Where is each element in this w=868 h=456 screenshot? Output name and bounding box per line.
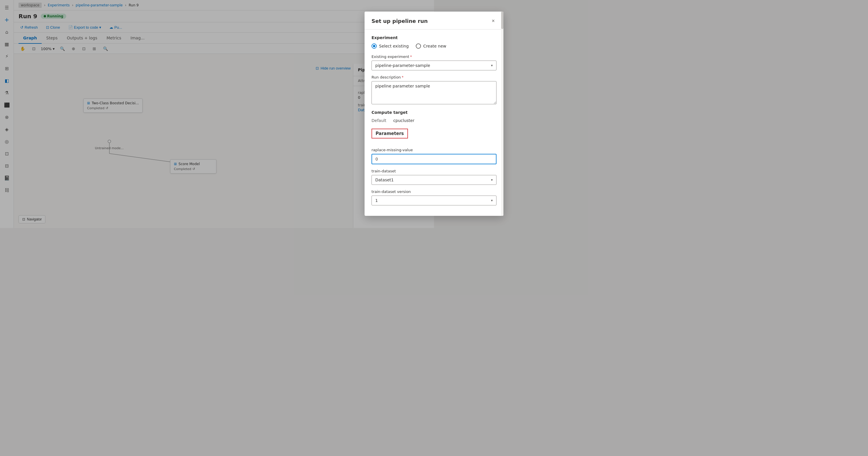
parameters-label: Parameters [372,129,408,139]
train-dataset-label: train-dataset [372,169,434,173]
radio-create-new[interactable]: Create new [416,44,434,49]
run-description-required: * [402,75,404,79]
raplace-label: raplace-missing-value [372,148,434,152]
train-dataset-version-value: 1 [375,198,378,203]
run-description-textarea[interactable]: pipeline parameter sample [372,81,434,104]
run-description-label: Run description * [372,75,434,79]
compute-default-label: Default [372,118,386,123]
run-description-field-group: Run description * pipeline parameter sam… [372,75,434,106]
compute-row: Default cpucluster [372,118,434,123]
existing-experiment-required: * [410,54,412,59]
existing-experiment-value: pipeline-parameter-sample [375,63,430,68]
radio-label-create-new: Create new [423,44,434,48]
compute-target-section: Compute target Default cpucluster [372,110,434,123]
radio-group-experiment: Select existing Create new [372,44,434,49]
train-dataset-version-label: train-dataset version [372,190,434,194]
train-dataset-field-group: train-dataset Dataset1 ▾ [372,169,434,185]
existing-experiment-label: Existing experiment * [372,54,434,59]
compute-target-label: Compute target [372,110,434,115]
radio-circle-create-new [416,44,421,49]
existing-experiment-field-group: Existing experiment * pipeline-parameter… [372,54,434,70]
setup-pipeline-modal: Set up pipeline run × Experiment Select … [365,11,434,216]
experiment-section-label: Experiment [372,35,434,40]
radio-circle-select-existing [372,44,377,49]
raplace-input[interactable] [372,154,434,164]
modal-body: Experiment Select existing Create new Ex… [365,30,434,216]
train-dataset-value: Dataset1 [375,178,394,182]
train-dataset-version-select[interactable]: 1 ▾ [372,196,434,205]
radio-select-existing[interactable]: Select existing [372,44,409,49]
compute-default-value: cpucluster [393,118,414,123]
parameters-section: Parameters raplace-missing-value train-d… [372,129,434,205]
modal-overlay: Set up pipeline run × Experiment Select … [0,0,434,228]
existing-experiment-select[interactable]: pipeline-parameter-sample ▾ [372,61,434,70]
modal-header: Set up pipeline run × [365,11,434,30]
train-dataset-select[interactable]: Dataset1 ▾ [372,175,434,185]
modal-title: Set up pipeline run [372,18,428,24]
raplace-field-group: raplace-missing-value [372,148,434,164]
radio-label-select-existing: Select existing [379,44,409,48]
train-dataset-version-field-group: train-dataset version 1 ▾ [372,190,434,205]
